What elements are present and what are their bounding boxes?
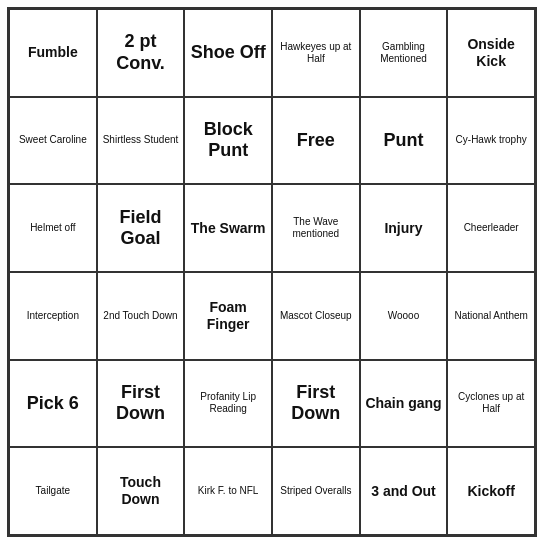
bingo-cell-29[interactable]: Cyclones up at Half	[447, 360, 535, 448]
bingo-cell-5[interactable]: Onside Kick	[447, 9, 535, 97]
bingo-cell-26[interactable]: Profanity Lip Reading	[184, 360, 272, 448]
bingo-grid: Fumble2 pt Conv.Shoe OffHawkeyes up at H…	[7, 7, 537, 537]
bingo-cell-18[interactable]: Interception	[9, 272, 97, 360]
bingo-cell-13[interactable]: Field Goal	[97, 184, 185, 272]
bingo-cell-9[interactable]: Free	[272, 97, 360, 185]
bingo-cell-24[interactable]: Pick 6	[9, 360, 97, 448]
bingo-cell-21[interactable]: Mascot Closeup	[272, 272, 360, 360]
bingo-cell-25[interactable]: First Down	[97, 360, 185, 448]
bingo-cell-33[interactable]: Striped Overalls	[272, 447, 360, 535]
bingo-cell-14[interactable]: The Swarm	[184, 184, 272, 272]
bingo-cell-28[interactable]: Chain gang	[360, 360, 448, 448]
bingo-cell-3[interactable]: Hawkeyes up at Half	[272, 9, 360, 97]
bingo-cell-20[interactable]: Foam Finger	[184, 272, 272, 360]
bingo-cell-15[interactable]: The Wave mentioned	[272, 184, 360, 272]
bingo-cell-16[interactable]: Injury	[360, 184, 448, 272]
bingo-cell-11[interactable]: Cy-Hawk trophy	[447, 97, 535, 185]
bingo-cell-6[interactable]: Sweet Caroline	[9, 97, 97, 185]
bingo-cell-32[interactable]: Kirk F. to NFL	[184, 447, 272, 535]
bingo-cell-19[interactable]: 2nd Touch Down	[97, 272, 185, 360]
bingo-cell-1[interactable]: 2 pt Conv.	[97, 9, 185, 97]
bingo-cell-0[interactable]: Fumble	[9, 9, 97, 97]
bingo-cell-31[interactable]: Touch Down	[97, 447, 185, 535]
bingo-cell-23[interactable]: National Anthem	[447, 272, 535, 360]
bingo-cell-7[interactable]: Shirtless Student	[97, 97, 185, 185]
bingo-cell-8[interactable]: Block Punt	[184, 97, 272, 185]
bingo-cell-17[interactable]: Cheerleader	[447, 184, 535, 272]
bingo-cell-30[interactable]: Tailgate	[9, 447, 97, 535]
bingo-cell-35[interactable]: Kickoff	[447, 447, 535, 535]
bingo-cell-4[interactable]: Gambling Mentioned	[360, 9, 448, 97]
bingo-cell-27[interactable]: First Down	[272, 360, 360, 448]
bingo-cell-10[interactable]: Punt	[360, 97, 448, 185]
bingo-cell-22[interactable]: Woooo	[360, 272, 448, 360]
bingo-cell-34[interactable]: 3 and Out	[360, 447, 448, 535]
bingo-cell-12[interactable]: Helmet off	[9, 184, 97, 272]
bingo-cell-2[interactable]: Shoe Off	[184, 9, 272, 97]
